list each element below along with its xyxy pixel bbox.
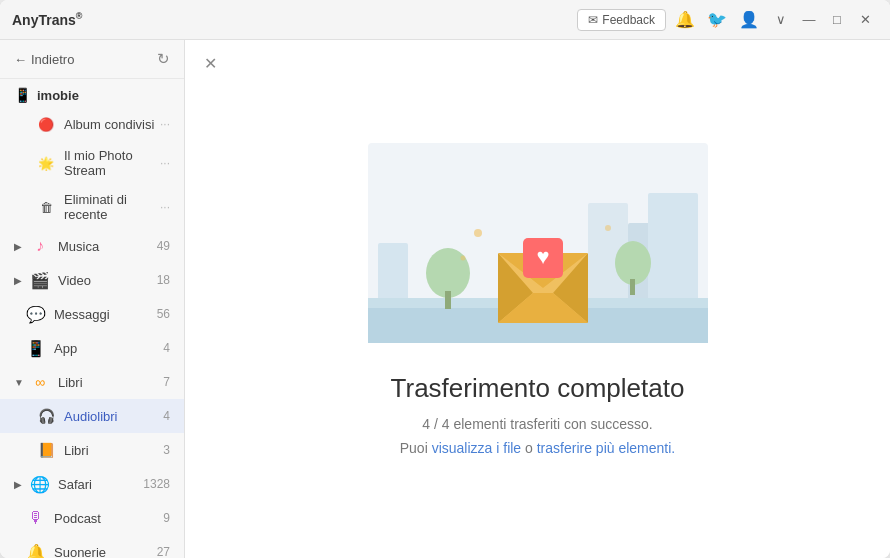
svg-point-19 <box>605 225 611 231</box>
photo-stream-icon: 🌟 <box>36 153 56 173</box>
sidebar-item-video[interactable]: ▶ 🎬 Video 18 <box>0 263 184 297</box>
sidebar-item-audiolibri[interactable]: 🎧 Audiolibri 4 <box>0 399 184 433</box>
success-subtitle: 4 / 4 elementi trasferiti con successo. <box>422 416 652 432</box>
maximize-button[interactable]: □ <box>824 7 850 33</box>
sidebar-item-musica[interactable]: ▶ ♪ Musica 49 <box>0 229 184 263</box>
toggle-arrow-video: ▶ <box>14 275 24 286</box>
transfer-more-link[interactable]: trasferire più elementi. <box>537 440 676 456</box>
toggle-arrow-safari: ▶ <box>14 479 24 490</box>
svg-point-18 <box>474 229 482 237</box>
app-window: AnyTrans® ✉ Feedback 🔔 🐦 👤 ∨ — □ ✕ <box>0 0 890 558</box>
success-title: Trasferimento completato <box>391 373 685 404</box>
sidebar-item-podcast[interactable]: 🎙 Podcast 9 <box>0 501 184 535</box>
email-icon: ✉ <box>588 13 598 27</box>
music-icon: ♪ <box>30 236 50 256</box>
toggle-arrow-musica: ▶ <box>14 241 24 252</box>
sidebar-item-safari[interactable]: ▶ 🌐 Safari 1328 <box>0 467 184 501</box>
sidebar-item-eliminati[interactable]: 🗑 Eliminati di recente ··· <box>0 185 184 229</box>
video-icon: 🎬 <box>30 270 50 290</box>
refresh-button[interactable]: ↻ <box>157 50 170 68</box>
close-panel-button[interactable]: ✕ <box>199 52 221 74</box>
title-bar: AnyTrans® ✉ Feedback 🔔 🐦 👤 ∨ — □ ✕ <box>0 0 890 40</box>
success-illustration: ♥ <box>368 143 708 343</box>
album-icon: 🔴 <box>36 114 56 134</box>
svg-point-20 <box>460 255 465 260</box>
sidebar-item-app[interactable]: 📱 App 4 <box>0 331 184 365</box>
suonerie-icon: 🔔 <box>26 542 46 558</box>
toggle-arrow-libri: ▼ <box>14 377 24 388</box>
trash-icon: 🗑 <box>36 197 56 217</box>
svg-point-7 <box>426 248 470 298</box>
title-bar-right: ✉ Feedback 🔔 🐦 👤 ∨ — □ ✕ <box>577 7 878 33</box>
sidebar-item-libri-sub[interactable]: 📙 Libri 3 <box>0 433 184 467</box>
libri-sub-icon: 📙 <box>36 440 56 460</box>
content-area: ✕ <box>185 40 890 558</box>
sidebar-item-suonerie[interactable]: 🔔 Suonerie 27 <box>0 535 184 558</box>
libri-icon: ∞ <box>30 372 50 392</box>
twitter-icon-button[interactable]: 🐦 <box>704 7 730 33</box>
view-files-link[interactable]: visualizza i file <box>432 440 521 456</box>
svg-rect-10 <box>630 279 635 295</box>
title-bar-left: AnyTrans® <box>12 11 82 28</box>
audiolibri-icon: 🎧 <box>36 406 56 426</box>
svg-rect-8 <box>445 291 451 309</box>
safari-icon: 🌐 <box>30 474 50 494</box>
success-content: Trasferimento completato 4 / 4 elementi … <box>391 373 685 456</box>
sidebar-item-messaggi[interactable]: 💬 Messaggi 56 <box>0 297 184 331</box>
close-button[interactable]: ✕ <box>852 7 878 33</box>
minimize-button[interactable]: — <box>796 7 822 33</box>
sidebar-item-photo-stream[interactable]: 🌟 Il mio Photo Stream ··· <box>0 141 184 185</box>
main-layout: ← Indietro ↻ 📱 imobie 🔴 Album condivisi … <box>0 40 890 558</box>
success-links: Puoi visualizza i file o trasferire più … <box>400 440 676 456</box>
svg-point-9 <box>615 241 651 285</box>
sidebar: ← Indietro ↻ 📱 imobie 🔴 Album condivisi … <box>0 40 185 558</box>
messaggi-icon: 💬 <box>26 304 46 324</box>
window-controls: ∨ — □ ✕ <box>768 7 878 33</box>
user-icon-button[interactable]: 👤 <box>736 7 762 33</box>
back-button[interactable]: ← Indietro <box>14 52 74 67</box>
sidebar-header: ← Indietro ↻ <box>0 40 184 79</box>
feedback-button[interactable]: ✉ Feedback <box>577 9 666 31</box>
device-label: 📱 imobie <box>0 79 184 107</box>
chevron-button[interactable]: ∨ <box>768 7 794 33</box>
app-title: AnyTrans® <box>12 11 82 28</box>
podcast-icon: 🎙 <box>26 508 46 528</box>
back-arrow-icon: ← <box>14 52 27 67</box>
sidebar-item-album-condivisi[interactable]: 🔴 Album condivisi ··· <box>0 107 184 141</box>
app-icon: 📱 <box>26 338 46 358</box>
device-icon: 📱 <box>14 87 31 103</box>
bell-icon-button[interactable]: 🔔 <box>672 7 698 33</box>
svg-text:♥: ♥ <box>536 244 549 269</box>
sidebar-item-libri-group[interactable]: ▼ ∞ Libri 7 <box>0 365 184 399</box>
